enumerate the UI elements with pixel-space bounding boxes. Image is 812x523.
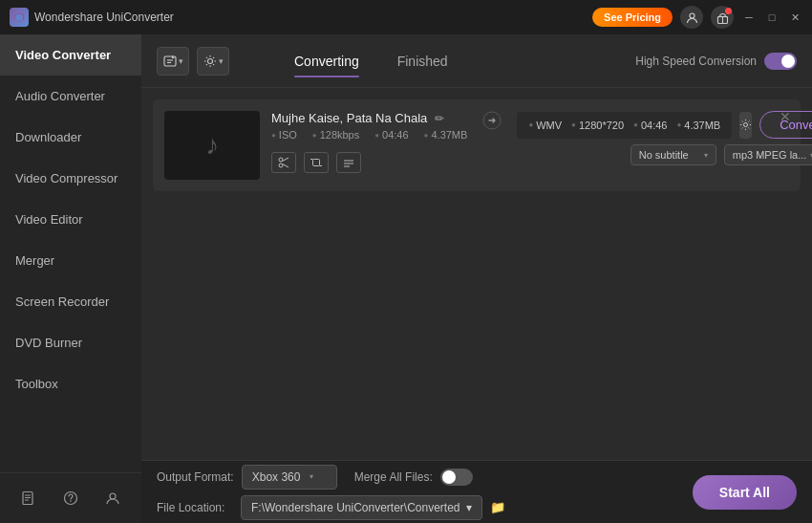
sidebar-label-video-compressor: Video Compressor bbox=[15, 171, 118, 185]
tabs: Converting Finished bbox=[275, 46, 467, 76]
sidebar-label-screen-recorder: Screen Recorder bbox=[15, 294, 109, 309]
see-pricing-button[interactable]: See Pricing bbox=[592, 8, 673, 27]
file-tools bbox=[271, 152, 467, 173]
titlebar-controls: See Pricing ─ □ ✕ bbox=[592, 6, 802, 29]
output-size: ● 4.37MB bbox=[676, 120, 720, 131]
cut-tool-button[interactable] bbox=[271, 152, 296, 173]
file-location-label: File Location: bbox=[157, 501, 233, 514]
file-location-chevron-icon: ▾ bbox=[466, 501, 472, 514]
output-format-label: Output Format: bbox=[157, 470, 234, 484]
titlebar: Wondershare UniConverter See Pricing ─ □… bbox=[0, 0, 812, 34]
sidebar-item-video-editor[interactable]: Video Editor bbox=[0, 199, 141, 240]
sidebar-label-video-editor: Video Editor bbox=[15, 212, 83, 227]
svg-point-15 bbox=[279, 158, 283, 162]
topbar-actions: ▾ ▾ bbox=[157, 47, 229, 76]
tab-converting[interactable]: Converting bbox=[275, 46, 378, 76]
high-speed-toggle[interactable] bbox=[764, 53, 797, 70]
start-all-button[interactable]: Start All bbox=[693, 475, 797, 510]
source-bitrate: ● 128kbps bbox=[312, 129, 359, 141]
output-resolution: ● 1280*720 bbox=[571, 120, 624, 131]
content-area: ▾ ▾ Converting Finished bbox=[141, 34, 812, 523]
subtitle-chevron-icon: ▾ bbox=[704, 151, 708, 160]
svg-rect-19 bbox=[313, 160, 320, 166]
merge-toggle[interactable] bbox=[440, 469, 473, 486]
sidebar-label-dvd-burner: DVD Burner bbox=[15, 336, 82, 350]
sidebar-item-screen-recorder[interactable]: Screen Recorder bbox=[0, 281, 141, 322]
file-title-row: Mujhe Kaise, Pata Na Chala ✏ bbox=[271, 111, 467, 125]
sidebar-label-audio-converter: Audio Converter bbox=[15, 89, 105, 103]
output-format-row: Output Format: Xbox 360 ▾ Merge All File… bbox=[157, 465, 505, 490]
sidebar-item-video-compressor[interactable]: Video Compressor bbox=[0, 158, 141, 199]
svg-point-9 bbox=[70, 500, 72, 502]
output-dropdowns: No subtitle ▾ mp3 MPEG la... ▾ bbox=[630, 144, 812, 165]
app-logo-area: Wondershare UniConverter bbox=[10, 8, 592, 27]
maximize-button[interactable]: □ bbox=[764, 10, 780, 25]
file-title: Mujhe Kaise, Pata Na Chala bbox=[271, 111, 427, 125]
sidebar-item-dvd-burner[interactable]: DVD Burner bbox=[0, 322, 141, 363]
file-output: ● WMV ● 1280*720 ● 04:46 ● 4.37MB Conver… bbox=[517, 111, 812, 165]
crop-tool-button[interactable] bbox=[304, 152, 329, 173]
sidebar-label-video-converter: Video Converter bbox=[15, 48, 111, 62]
help-book-icon[interactable] bbox=[15, 485, 42, 512]
sidebar-label-toolbox: Toolbox bbox=[15, 377, 58, 391]
svg-point-26 bbox=[744, 123, 748, 127]
high-speed-label: High Speed Conversion bbox=[635, 54, 757, 68]
svg-point-10 bbox=[110, 493, 116, 499]
output-settings-button[interactable] bbox=[739, 112, 752, 139]
file-thumbnail: ♪ bbox=[164, 111, 260, 180]
close-button[interactable]: ✕ bbox=[787, 10, 802, 25]
profile-icon[interactable] bbox=[99, 485, 126, 512]
user-icon[interactable] bbox=[680, 6, 703, 29]
file-item: ♪ Mujhe Kaise, Pata Na Chala ✏ ● ISO ● 1… bbox=[153, 99, 801, 191]
merge-label: Merge All Files: bbox=[354, 470, 433, 484]
sidebar-item-video-converter[interactable]: Video Converter bbox=[0, 34, 141, 76]
app-logo-icon bbox=[10, 8, 29, 27]
tab-finished[interactable]: Finished bbox=[378, 46, 467, 76]
subtitle-tool-button[interactable] bbox=[336, 152, 361, 173]
output-meta: ● WMV ● 1280*720 ● 04:46 ● 4.37MB bbox=[517, 112, 732, 139]
source-size: ● 4.37MB bbox=[424, 129, 468, 141]
bottom-fields: Output Format: Xbox 360 ▾ Merge All File… bbox=[157, 465, 505, 520]
file-info: Mujhe Kaise, Pata Na Chala ✏ ● ISO ● 128… bbox=[271, 111, 467, 173]
sidebar-label-merger: Merger bbox=[15, 253, 54, 268]
sidebar-item-downloader[interactable]: Downloader bbox=[0, 117, 141, 158]
edit-icon[interactable]: ✏ bbox=[435, 112, 444, 125]
file-location-dropdown[interactable]: F:\Wondershare UniConverter\Converted ▾ bbox=[241, 495, 482, 520]
format-dropdown[interactable]: mp3 MPEG la... ▾ bbox=[724, 144, 812, 165]
settings-button[interactable]: ▾ bbox=[197, 47, 229, 76]
sidebar: Video Converter Audio Converter Download… bbox=[0, 34, 141, 523]
question-icon[interactable] bbox=[57, 485, 84, 512]
main-layout: Video Converter Audio Converter Download… bbox=[0, 34, 812, 523]
gift-icon[interactable] bbox=[711, 6, 734, 29]
sidebar-label-downloader: Downloader bbox=[15, 130, 81, 144]
file-source-meta: ● ISO ● 128kbps ● 04:46 ● 4.37MB bbox=[271, 129, 467, 141]
convert-arrow-area bbox=[479, 111, 505, 130]
sidebar-bottom-icons bbox=[0, 472, 141, 523]
svg-point-14 bbox=[207, 58, 212, 63]
topbar: ▾ ▾ Converting Finished bbox=[141, 34, 812, 88]
merge-toggle-area: Merge All Files: bbox=[354, 469, 473, 486]
sidebar-item-merger[interactable]: Merger bbox=[0, 240, 141, 281]
sidebar-item-toolbox[interactable]: Toolbox bbox=[0, 363, 141, 404]
svg-point-0 bbox=[690, 13, 694, 18]
file-location-row: File Location: F:\Wondershare UniConvert… bbox=[157, 495, 505, 520]
start-all-area: Start All bbox=[693, 475, 797, 510]
app-title: Wondershare UniConverter bbox=[34, 11, 174, 24]
output-duration: ● 04:46 bbox=[633, 120, 667, 131]
remove-file-button[interactable]: ✕ bbox=[780, 109, 791, 124]
source-format: ● ISO bbox=[271, 129, 297, 141]
settings-dropdown-arrow: ▾ bbox=[219, 56, 224, 66]
output-format: ● WMV bbox=[528, 120, 562, 131]
add-file-button[interactable]: ▾ bbox=[157, 47, 189, 76]
output-format-chevron-icon: ▾ bbox=[310, 472, 313, 481]
output-format-dropdown[interactable]: Xbox 360 ▾ bbox=[242, 465, 337, 490]
svg-point-16 bbox=[279, 163, 283, 167]
file-list: ♪ Mujhe Kaise, Pata Na Chala ✏ ● ISO ● 1… bbox=[141, 88, 812, 460]
source-duration: ● 04:46 bbox=[374, 129, 408, 141]
sidebar-item-audio-converter[interactable]: Audio Converter bbox=[0, 76, 141, 117]
subtitle-dropdown[interactable]: No subtitle ▾ bbox=[630, 144, 716, 165]
add-dropdown-arrow: ▾ bbox=[179, 56, 183, 66]
bottom-bar: Output Format: Xbox 360 ▾ Merge All File… bbox=[141, 460, 812, 523]
minimize-button[interactable]: ─ bbox=[741, 10, 757, 25]
folder-browse-icon[interactable]: 📁 bbox=[490, 500, 505, 514]
